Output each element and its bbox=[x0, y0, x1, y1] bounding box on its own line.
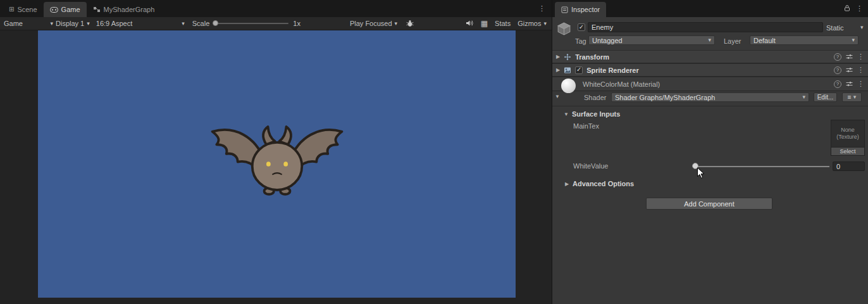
sprite-renderer-header-buttons: ? ⋮ bbox=[834, 66, 864, 74]
game-viewport bbox=[0, 30, 552, 304]
help-icon[interactable]: ? bbox=[834, 66, 841, 74]
tab-game[interactable]: Game bbox=[44, 2, 87, 17]
presets-icon[interactable] bbox=[846, 67, 853, 73]
whitevalue-slider-track[interactable] bbox=[693, 166, 829, 167]
bug-icon bbox=[406, 20, 414, 27]
shadergraph-icon bbox=[93, 6, 101, 13]
stats-button[interactable]: Stats bbox=[495, 20, 511, 27]
texture-select-button[interactable]: Select bbox=[831, 147, 864, 155]
tag-dropdown[interactable]: Untagged ▾ bbox=[588, 35, 715, 45]
shader-menu-button[interactable]: ≡ ▾ bbox=[842, 92, 862, 102]
presets-icon[interactable] bbox=[846, 54, 853, 60]
gameobject-name-field[interactable]: Enemy bbox=[588, 22, 823, 32]
shader-edit-button[interactable]: Edit... bbox=[814, 92, 837, 102]
chevron-down-icon: ▾ bbox=[802, 94, 805, 100]
gameobject-active-checkbox[interactable]: ✓ bbox=[578, 23, 585, 31]
unity-editor-window: ⊞ Scene Game MyShaderGraph ⋮ bbox=[0, 0, 868, 304]
presets-icon[interactable] bbox=[846, 81, 853, 87]
gizmos-label: Gizmos bbox=[518, 20, 541, 27]
material-foldout-icon[interactable]: ▼ bbox=[555, 94, 560, 99]
inspector-menu-icon[interactable]: ⋮ bbox=[856, 4, 863, 13]
display-popup-label: Display 1 bbox=[56, 20, 84, 27]
surface-inputs-foldout-icon[interactable]: ▼ bbox=[564, 112, 569, 117]
transform-component-header[interactable]: ▶ Transform ? ⋮ bbox=[552, 50, 868, 63]
shader-label: Shader bbox=[584, 94, 606, 101]
chevron-down-icon: ▾ bbox=[395, 21, 398, 27]
chevron-down-icon: ▾ bbox=[543, 21, 547, 27]
whitevalue-label: WhiteValue bbox=[573, 162, 608, 170]
bat-sprite bbox=[196, 110, 358, 218]
tab-inspector[interactable]: Inspector bbox=[555, 2, 606, 17]
game-panel-menu-icon[interactable]: ⋮ bbox=[538, 4, 545, 13]
transform-title: Transform bbox=[575, 53, 609, 61]
shader-dropdown[interactable]: Shader Graphs/MyShaderGraph ▾ bbox=[611, 92, 809, 102]
frame-debugger-button[interactable] bbox=[406, 20, 414, 27]
chevron-down-icon: ▾ bbox=[852, 37, 855, 43]
scale-slider-knob[interactable] bbox=[213, 20, 218, 26]
aspect-ratio-popup[interactable]: 16:9 Aspect ▾ bbox=[96, 20, 185, 27]
layer-dropdown[interactable]: Default ▾ bbox=[750, 35, 859, 45]
surface-inputs-title: Surface Inputs bbox=[572, 110, 620, 118]
advanced-options-title: Advanced Options bbox=[573, 180, 634, 187]
scale-slider-track[interactable] bbox=[214, 23, 288, 24]
maintex-label: MainTex bbox=[573, 122, 599, 130]
material-title: WhiteColorMat (Material) bbox=[583, 80, 660, 88]
kebab-menu-icon[interactable]: ⋮ bbox=[857, 66, 864, 74]
chevron-down-icon: ▾ bbox=[853, 94, 857, 100]
chevron-down-icon: ▾ bbox=[50, 21, 53, 27]
speaker-icon bbox=[466, 20, 474, 27]
bat-left-eye bbox=[266, 162, 270, 167]
inspector-tab-icons: ⋮ bbox=[844, 4, 868, 13]
sprite-renderer-icon bbox=[564, 66, 571, 74]
check-icon: ✓ bbox=[579, 24, 584, 30]
aspect-ratio-label: 16:9 Aspect bbox=[96, 20, 133, 27]
static-dropdown-arrow[interactable]: ▾ bbox=[860, 25, 864, 30]
texture-none-line2: (Texture) bbox=[836, 134, 859, 141]
check-icon: ✓ bbox=[576, 66, 581, 73]
tab-scene[interactable]: ⊞ Scene bbox=[3, 2, 44, 17]
help-icon[interactable]: ? bbox=[834, 53, 841, 61]
help-icon[interactable]: ? bbox=[834, 80, 841, 88]
camera-render-view[interactable] bbox=[38, 30, 516, 298]
game-panel-tabstrip: ⊞ Scene Game MyShaderGraph ⋮ bbox=[0, 0, 552, 17]
layer-label: Layer bbox=[724, 37, 741, 45]
tab-game-label: Game bbox=[61, 6, 80, 13]
add-component-button[interactable]: Add Component bbox=[646, 198, 772, 210]
advanced-options-foldout-icon[interactable]: ▶ bbox=[565, 182, 569, 187]
sprite-renderer-title: Sprite Renderer bbox=[586, 66, 639, 74]
foldout-icon[interactable]: ▶ bbox=[556, 68, 560, 73]
kebab-menu-icon[interactable]: ⋮ bbox=[857, 80, 864, 88]
game-panel: ⊞ Scene Game MyShaderGraph ⋮ bbox=[0, 0, 552, 304]
kebab-menu-icon[interactable]: ⋮ bbox=[857, 53, 864, 61]
game-view-popup[interactable]: Game ▾ bbox=[0, 20, 53, 27]
static-label: Static bbox=[826, 24, 844, 32]
mute-audio-button[interactable] bbox=[466, 20, 474, 28]
display-popup[interactable]: Display 1 ▾ bbox=[56, 20, 90, 27]
inspector-panel: Inspector ⋮ ✓ Ene bbox=[552, 0, 868, 304]
bat-right-eye bbox=[283, 162, 288, 167]
scale-value: 1x bbox=[293, 20, 301, 27]
bat-body bbox=[252, 142, 302, 190]
tab-myshadergraph[interactable]: MyShaderGraph bbox=[87, 2, 161, 17]
inspector-icon bbox=[561, 6, 568, 13]
scale-label: Scale bbox=[192, 20, 210, 27]
layer-value: Default bbox=[753, 37, 776, 44]
material-header[interactable]: WhiteColorMat (Material) ? ⋮ bbox=[552, 77, 868, 91]
gizmos-popup[interactable]: Gizmos ▾ bbox=[518, 20, 547, 27]
tag-value: Untagged bbox=[592, 37, 623, 44]
tab-scene-label: Scene bbox=[17, 6, 37, 13]
lock-icon bbox=[844, 4, 850, 11]
material-divider bbox=[552, 106, 868, 106]
chevron-down-icon: ▾ bbox=[87, 21, 90, 27]
game-toolbar-right: ▦ Stats Gizmos ▾ bbox=[466, 20, 552, 28]
material-preview-sphere[interactable] bbox=[561, 79, 576, 93]
vsync-grid-icon[interactable]: ▦ bbox=[481, 20, 488, 27]
transform-header-buttons: ? ⋮ bbox=[834, 53, 864, 61]
lock-button[interactable] bbox=[844, 4, 850, 13]
whitevalue-field[interactable]: 0 bbox=[833, 162, 865, 171]
sprite-renderer-component-header[interactable]: ▶ ✓ Sprite Renderer ? ⋮ bbox=[552, 63, 868, 77]
sprite-renderer-enabled-checkbox[interactable]: ✓ bbox=[575, 66, 583, 74]
play-focused-popup[interactable]: Play Focused ▾ bbox=[350, 20, 397, 27]
maintex-texture-slot[interactable]: None (Texture) Select bbox=[831, 120, 865, 156]
foldout-icon[interactable]: ▶ bbox=[556, 54, 560, 60]
